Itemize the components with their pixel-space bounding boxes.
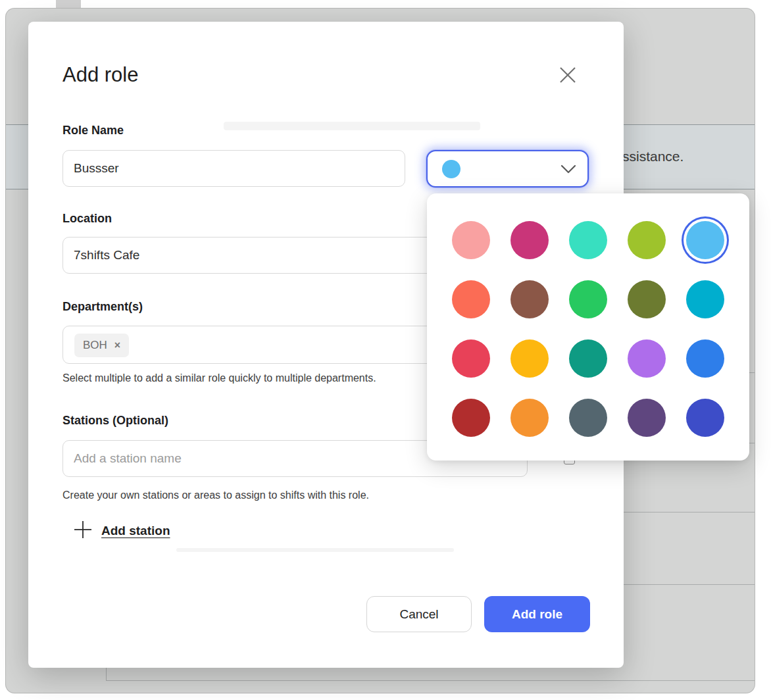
department-tag-label: BOH — [83, 339, 107, 352]
add-station-button[interactable]: Add station — [73, 520, 170, 541]
background-partial-text: ssistance. — [622, 149, 684, 164]
chevron-down-icon — [560, 164, 577, 174]
color-swatch-cyan[interactable] — [686, 280, 724, 318]
role-color-select[interactable] — [426, 150, 589, 188]
departments-label: Department(s) — [62, 300, 143, 314]
background-shimmer — [176, 548, 454, 552]
color-swatch-orange[interactable] — [510, 399, 549, 437]
add-station-label: Add station — [101, 524, 170, 538]
selected-color-dot — [442, 160, 460, 178]
color-swatch-lime[interactable] — [628, 221, 666, 259]
screen: ssistance. Add role Role Name — [0, 0, 771, 700]
background-shimmer — [224, 122, 480, 130]
department-tag: BOH × — [74, 334, 129, 357]
color-swatch-magenta[interactable] — [510, 221, 549, 259]
color-swatch-turquoise[interactable] — [569, 221, 607, 259]
color-swatch-lavender[interactable] — [628, 339, 666, 378]
stations-helper-text: Create your own stations or areas to ass… — [62, 489, 369, 501]
background-fragment — [56, 0, 81, 8]
location-label: Location — [62, 212, 112, 226]
color-swatch-indigo[interactable] — [686, 399, 724, 437]
remove-tag-icon[interactable]: × — [114, 339, 120, 351]
departments-helper-text: Select multiple to add a similar role qu… — [62, 372, 376, 384]
table-row-divider — [106, 680, 755, 681]
color-swatch-teal[interactable] — [569, 339, 607, 378]
color-swatch-green[interactable] — [569, 280, 607, 318]
color-swatch-dark-red[interactable] — [452, 399, 490, 437]
color-swatch-slate[interactable] — [569, 399, 607, 437]
color-swatch-coral[interactable] — [452, 280, 490, 318]
color-swatch-blue[interactable] — [686, 339, 724, 378]
color-picker-popup — [427, 193, 749, 461]
color-swatch-plum[interactable] — [628, 399, 666, 437]
close-button[interactable] — [552, 60, 584, 91]
add-role-submit-button[interactable]: Add role — [484, 596, 590, 632]
role-name-input[interactable] — [62, 150, 405, 187]
plus-icon — [73, 520, 93, 541]
cancel-button[interactable]: Cancel — [366, 596, 472, 632]
stations-label: Stations (Optional) — [62, 414, 168, 428]
color-swatch-amber[interactable] — [510, 339, 549, 378]
close-icon — [556, 63, 580, 89]
color-swatch-sky-blue[interactable] — [686, 221, 724, 259]
color-swatch-salmon[interactable] — [452, 221, 490, 259]
color-swatch-red[interactable] — [452, 339, 490, 378]
color-swatch-olive[interactable] — [628, 280, 666, 318]
modal-title: Add role — [62, 63, 138, 87]
color-swatch-brown[interactable] — [510, 280, 549, 318]
cancel-button-label: Cancel — [399, 607, 438, 622]
role-name-label: Role Name — [62, 124, 124, 138]
add-role-button-label: Add role — [512, 607, 562, 622]
